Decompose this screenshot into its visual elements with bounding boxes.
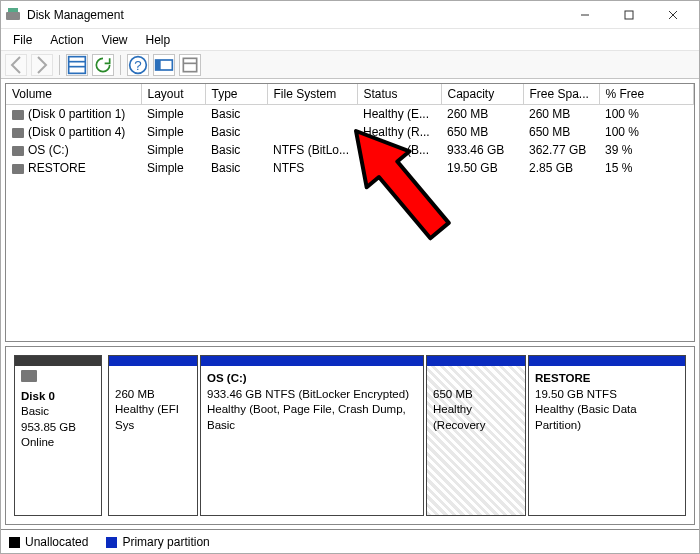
swatch-primary-icon — [106, 537, 117, 548]
titlebar: Disk Management — [1, 1, 699, 29]
window-title: Disk Management — [27, 8, 563, 22]
col-type[interactable]: Type — [205, 84, 267, 105]
partition-os[interactable]: OS (C:) 933.46 GB NTFS (BitLocker Encryp… — [200, 355, 424, 516]
col-volume[interactable]: Volume — [6, 84, 141, 105]
legend: Unallocated Primary partition — [1, 529, 699, 553]
help-button[interactable]: ? — [127, 54, 149, 76]
partition-efi[interactable]: 260 MB Healthy (EFI Sys — [108, 355, 198, 516]
partition-size: 19.50 GB NTFS — [535, 388, 617, 400]
toolbar-separator — [59, 55, 60, 75]
partition-status: Healthy (Basic Data Partition) — [535, 403, 637, 431]
menu-view[interactable]: View — [94, 31, 136, 49]
volume-list-pane[interactable]: Volume Layout Type File System Status Ca… — [5, 83, 695, 342]
disk-type: Basic — [21, 405, 49, 417]
col-layout[interactable]: Layout — [141, 84, 205, 105]
partition-size: 260 MB — [115, 388, 155, 400]
toolbar-separator-2 — [120, 55, 121, 75]
view-graphical-button[interactable] — [153, 54, 175, 76]
swatch-unallocated-icon — [9, 537, 20, 548]
partition-title: RESTORE — [535, 372, 590, 384]
volume-icon — [12, 128, 24, 138]
legend-primary: Primary partition — [106, 535, 209, 549]
partition-size: 650 MB — [433, 388, 473, 400]
minimize-button[interactable] — [563, 1, 607, 29]
disk-map-pane: Disk 0 Basic 953.85 GB Online 260 MB Hea… — [5, 346, 695, 525]
svg-rect-0 — [6, 12, 20, 20]
menu-file[interactable]: File — [5, 31, 40, 49]
content-area: Volume Layout Type File System Status Ca… — [1, 79, 699, 529]
col-filesystem[interactable]: File System — [267, 84, 357, 105]
volume-icon — [12, 146, 24, 156]
properties-button[interactable] — [179, 54, 201, 76]
svg-rect-1 — [8, 8, 18, 12]
maximize-button[interactable] — [607, 1, 651, 29]
partition-status: Healthy (EFI Sys — [115, 403, 179, 431]
svg-rect-3 — [625, 11, 633, 19]
menu-help[interactable]: Help — [138, 31, 179, 49]
partition-title: OS (C:) — [207, 372, 247, 384]
toolbar: ? — [1, 51, 699, 79]
menu-action[interactable]: Action — [42, 31, 91, 49]
forward-button[interactable] — [31, 54, 53, 76]
svg-text:?: ? — [134, 58, 141, 73]
table-row[interactable]: (Disk 0 partition 1)SimpleBasicHealthy (… — [6, 105, 694, 124]
window-root: Disk Management File Action View Help ? — [0, 0, 700, 554]
col-freespace[interactable]: Free Spa... — [523, 84, 599, 105]
svg-rect-12 — [156, 60, 161, 70]
close-button[interactable] — [651, 1, 695, 29]
table-header-row: Volume Layout Type File System Status Ca… — [6, 84, 694, 105]
col-status[interactable]: Status — [357, 84, 441, 105]
back-button[interactable] — [5, 54, 27, 76]
col-capacity[interactable]: Capacity — [441, 84, 523, 105]
disk-state: Online — [21, 436, 54, 448]
svg-rect-6 — [69, 56, 86, 73]
refresh-button[interactable] — [92, 54, 114, 76]
volume-icon — [12, 110, 24, 120]
table-row[interactable]: OS (C:)SimpleBasicNTFS (BitLo...Healthy … — [6, 141, 694, 159]
volume-icon — [12, 164, 24, 174]
legend-unallocated: Unallocated — [9, 535, 88, 549]
disk-name: Disk 0 — [21, 390, 55, 402]
view-list-button[interactable] — [66, 54, 88, 76]
partition-status: Healthy (Recovery — [433, 403, 485, 431]
partition-map: 260 MB Healthy (EFI Sys OS (C:) 933.46 G… — [108, 355, 686, 516]
window-controls — [563, 1, 695, 29]
disk-icon — [21, 370, 37, 382]
table-row[interactable]: (Disk 0 partition 4)SimpleBasicHealthy (… — [6, 123, 694, 141]
partition-restore[interactable]: RESTORE 19.50 GB NTFS Healthy (Basic Dat… — [528, 355, 686, 516]
svg-rect-13 — [183, 58, 196, 71]
menubar: File Action View Help — [1, 29, 699, 51]
volume-table: Volume Layout Type File System Status Ca… — [6, 84, 694, 177]
disk-header[interactable]: Disk 0 Basic 953.85 GB Online — [14, 355, 102, 516]
partition-size: 933.46 GB NTFS (BitLocker Encrypted) — [207, 388, 409, 400]
app-icon — [5, 7, 21, 23]
partition-status: Healthy (Boot, Page File, Crash Dump, Ba… — [207, 403, 406, 431]
table-row[interactable]: RESTORESimpleBasicNTFS19.50 GB2.85 GB15 … — [6, 159, 694, 177]
partition-recovery[interactable]: 650 MB Healthy (Recovery — [426, 355, 526, 516]
disk-size: 953.85 GB — [21, 421, 76, 433]
col-pctfree[interactable]: % Free — [599, 84, 694, 105]
